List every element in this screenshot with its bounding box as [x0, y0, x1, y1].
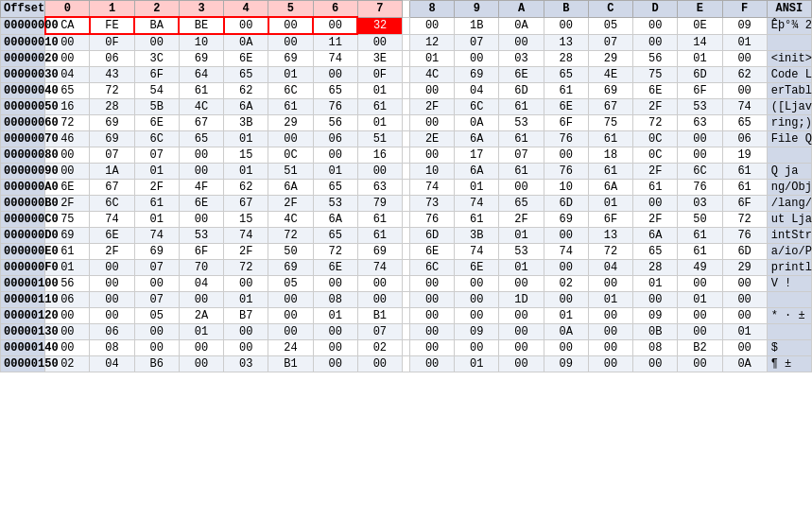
hex-cell-r1-c2[interactable]: 00: [134, 34, 179, 51]
hex-cell-r13-c3[interactable]: 53: [179, 228, 223, 244]
hex-cell-r13-c13[interactable]: 6A: [633, 228, 678, 244]
hex-cell-r3-c1[interactable]: 43: [90, 67, 134, 83]
hex-cell-r12-c4[interactable]: 15: [224, 212, 268, 228]
hex-cell-r9-c15[interactable]: 61: [722, 164, 767, 180]
hex-cell-r6-c13[interactable]: 72: [633, 115, 678, 131]
hex-cell-r20-c13[interactable]: 08: [633, 340, 678, 356]
hex-cell-r7-c5[interactable]: 00: [268, 131, 313, 147]
hex-cell-r14-c13[interactable]: 65: [633, 244, 678, 260]
hex-cell-r14-c7[interactable]: 69: [357, 244, 402, 260]
hex-cell-r15-c13[interactable]: 28: [633, 260, 678, 276]
hex-cell-r15-c2[interactable]: 07: [134, 260, 179, 276]
hex-cell-r20-c2[interactable]: 00: [134, 340, 179, 356]
hex-cell-r19-c7[interactable]: 07: [357, 324, 402, 340]
hex-cell-r4-c7[interactable]: 01: [357, 83, 402, 99]
hex-cell-r10-c7[interactable]: 63: [357, 180, 402, 196]
hex-cell-r15-c7[interactable]: 74: [357, 260, 402, 276]
hex-cell-r19-c11[interactable]: 0A: [544, 324, 588, 340]
hex-cell-r16-c2[interactable]: 00: [134, 276, 179, 292]
hex-cell-r11-c12[interactable]: 01: [588, 196, 632, 212]
hex-cell-r20-c6[interactable]: 00: [313, 340, 357, 356]
hex-cell-r0-c12[interactable]: 05: [588, 17, 632, 34]
hex-cell-r11-c15[interactable]: 6F: [722, 196, 767, 212]
hex-cell-r4-c14[interactable]: 6F: [678, 83, 722, 99]
hex-cell-r7-c2[interactable]: 6C: [134, 131, 179, 147]
hex-cell-r11-c10[interactable]: 65: [499, 196, 544, 212]
hex-cell-r4-c11[interactable]: 61: [544, 83, 588, 99]
hex-cell-r3-c14[interactable]: 6D: [678, 67, 722, 83]
hex-cell-r10-c2[interactable]: 2F: [134, 180, 179, 196]
hex-cell-r16-c13[interactable]: 01: [633, 276, 678, 292]
hex-cell-r11-c7[interactable]: 79: [357, 196, 402, 212]
hex-cell-r20-c5[interactable]: 24: [268, 340, 313, 356]
hex-cell-r0-c3[interactable]: BE: [179, 17, 223, 34]
hex-cell-r4-c6[interactable]: 65: [313, 83, 357, 99]
hex-cell-r14-c6[interactable]: 72: [313, 244, 357, 260]
hex-cell-r3-c12[interactable]: 4E: [588, 67, 632, 83]
hex-cell-r15-c3[interactable]: 70: [179, 260, 223, 276]
hex-cell-r9-c8[interactable]: 10: [409, 164, 454, 180]
hex-cell-r20-c1[interactable]: 08: [90, 340, 134, 356]
hex-cell-r17-c4[interactable]: 01: [224, 292, 268, 308]
hex-cell-r2-c13[interactable]: 56: [633, 51, 678, 67]
hex-cell-r4-c12[interactable]: 69: [588, 83, 632, 99]
hex-cell-r6-c10[interactable]: 53: [499, 115, 544, 131]
hex-cell-r5-c6[interactable]: 76: [313, 99, 357, 115]
hex-cell-r3-c11[interactable]: 65: [544, 67, 588, 83]
hex-cell-r6-c11[interactable]: 6F: [544, 115, 588, 131]
hex-cell-r18-c5[interactable]: 00: [268, 308, 313, 324]
hex-cell-r20-c15[interactable]: 00: [722, 340, 767, 356]
hex-cell-r3-c7[interactable]: 0F: [357, 67, 402, 83]
hex-cell-r18-c6[interactable]: 01: [313, 308, 357, 324]
hex-cell-r21-c1[interactable]: 04: [90, 356, 134, 372]
hex-cell-r2-c2[interactable]: 3C: [134, 51, 179, 67]
hex-cell-r1-c9[interactable]: 07: [455, 34, 499, 51]
hex-cell-r10-c12[interactable]: 6A: [588, 180, 632, 196]
hex-cell-r0-c13[interactable]: 00: [633, 17, 678, 34]
hex-cell-r9-c1[interactable]: 1A: [90, 164, 134, 180]
hex-cell-r15-c12[interactable]: 04: [588, 260, 632, 276]
hex-cell-r3-c8[interactable]: 4C: [409, 67, 454, 83]
hex-cell-r9-c5[interactable]: 51: [268, 164, 313, 180]
hex-cell-r0-c4[interactable]: 00: [224, 17, 268, 34]
hex-cell-r5-c7[interactable]: 61: [357, 99, 402, 115]
hex-cell-r5-c5[interactable]: 61: [268, 99, 313, 115]
hex-cell-r10-c3[interactable]: 4F: [179, 180, 223, 196]
hex-cell-r0-c10[interactable]: 0A: [499, 17, 544, 34]
hex-cell-r18-c11[interactable]: 01: [544, 308, 588, 324]
hex-cell-r13-c2[interactable]: 74: [134, 228, 179, 244]
hex-cell-r19-c9[interactable]: 09: [455, 324, 499, 340]
hex-cell-r11-c13[interactable]: 00: [633, 196, 678, 212]
hex-cell-r14-c15[interactable]: 6D: [722, 244, 767, 260]
hex-cell-r13-c10[interactable]: 01: [499, 228, 544, 244]
hex-cell-r5-c14[interactable]: 53: [678, 99, 722, 115]
hex-cell-r6-c9[interactable]: 0A: [455, 115, 499, 131]
hex-cell-r1-c1[interactable]: 0F: [90, 34, 134, 51]
hex-cell-r1-c5[interactable]: 00: [268, 34, 313, 51]
hex-cell-r0-c5[interactable]: 00: [268, 17, 313, 34]
hex-cell-r7-c11[interactable]: 76: [544, 131, 588, 147]
hex-cell-r19-c2[interactable]: 00: [134, 324, 179, 340]
hex-cell-r12-c14[interactable]: 50: [678, 212, 722, 228]
hex-cell-r1-c14[interactable]: 14: [678, 34, 722, 51]
hex-cell-r1-c6[interactable]: 11: [313, 34, 357, 51]
hex-cell-r0-c9[interactable]: 1B: [455, 17, 499, 34]
hex-cell-r11-c5[interactable]: 2F: [268, 196, 313, 212]
hex-cell-r8-c6[interactable]: 00: [313, 147, 357, 164]
hex-cell-r4-c1[interactable]: 72: [90, 83, 134, 99]
hex-cell-r14-c10[interactable]: 53: [499, 244, 544, 260]
hex-cell-r1-c7[interactable]: 00: [357, 34, 402, 51]
hex-cell-r18-c8[interactable]: 00: [409, 308, 454, 324]
hex-cell-r11-c9[interactable]: 74: [455, 196, 499, 212]
hex-cell-r0-c15[interactable]: 09: [722, 17, 767, 34]
hex-cell-r18-c9[interactable]: 00: [455, 308, 499, 324]
hex-cell-r10-c8[interactable]: 74: [409, 180, 454, 196]
hex-cell-r19-c13[interactable]: 0B: [633, 324, 678, 340]
hex-cell-r9-c13[interactable]: 2F: [633, 164, 678, 180]
hex-cell-r10-c13[interactable]: 61: [633, 180, 678, 196]
hex-cell-r8-c11[interactable]: 00: [544, 147, 588, 164]
hex-cell-r1-c10[interactable]: 00: [499, 34, 544, 51]
hex-cell-r1-c8[interactable]: 12: [409, 34, 454, 51]
hex-cell-r11-c8[interactable]: 73: [409, 196, 454, 212]
hex-cell-r8-c12[interactable]: 18: [588, 147, 632, 164]
